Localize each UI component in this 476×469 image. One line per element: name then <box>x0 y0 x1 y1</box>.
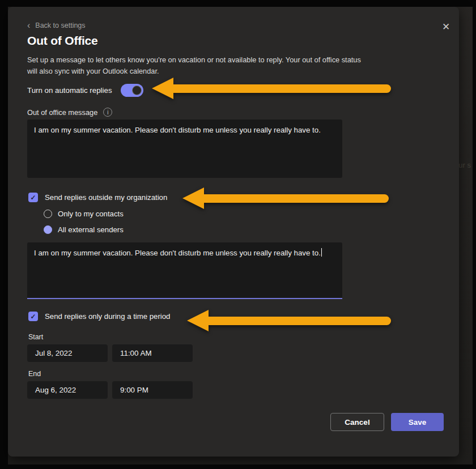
external-replies-row: ✓ Send replies outside my organization <box>28 193 167 202</box>
message-textarea[interactable]: I am on my summer vacation. Please don't… <box>27 120 342 178</box>
check-icon: ✓ <box>30 194 36 202</box>
period-checkbox-label: Send replies only during a time period <box>45 312 170 321</box>
cancel-button[interactable]: Cancel <box>330 413 384 431</box>
close-icon: ✕ <box>442 22 450 32</box>
back-chevron-icon: ‹ <box>27 22 30 29</box>
end-label: End <box>28 370 41 378</box>
external-message-textarea[interactable]: I am on my summer vacation. Please don't… <box>27 242 342 299</box>
radio-only-contacts[interactable] <box>44 210 52 218</box>
message-label-row: Out of office message i <box>27 108 112 117</box>
teams-window: our s ‹ Back to settings ✕ Out of Office… <box>0 0 476 469</box>
automatic-replies-toggle[interactable] <box>121 84 143 97</box>
save-button[interactable]: Save <box>391 413 444 431</box>
external-checkbox[interactable]: ✓ <box>28 193 38 202</box>
start-date-input[interactable]: Jul 8, 2022 <box>27 344 108 362</box>
external-message-text: I am on my summer vacation. Please don't… <box>34 249 321 257</box>
start-time-input[interactable]: 11:00 AM <box>112 344 193 362</box>
text-cursor <box>321 248 322 257</box>
automatic-replies-row: Turn on automatic replies <box>27 84 143 97</box>
radio-all-external[interactable] <box>44 225 52 234</box>
message-text: I am on my summer vacation. Please don't… <box>34 126 321 134</box>
start-label: Start <box>28 333 43 341</box>
radio-row-all-external: All external senders <box>44 225 124 234</box>
toggle-knob <box>132 86 142 95</box>
time-period-row: ✓ Send replies only during a time period <box>28 312 170 321</box>
radio-row-contacts: Only to my contacts <box>44 210 124 218</box>
end-time-input[interactable]: 9:00 PM <box>112 381 193 399</box>
message-label: Out of office message <box>27 108 97 117</box>
page-title: Out of Office <box>27 34 98 48</box>
check-icon: ✓ <box>30 313 36 321</box>
close-button[interactable]: ✕ <box>439 19 453 34</box>
dialog-description: Set up a message to let others know you'… <box>27 54 363 77</box>
toggle-label: Turn on automatic replies <box>27 86 112 95</box>
period-checkbox[interactable]: ✓ <box>28 312 38 321</box>
radio-all-external-label: All external senders <box>58 225 124 234</box>
external-checkbox-label: Send replies outside my organization <box>45 193 167 202</box>
info-icon[interactable]: i <box>103 108 112 117</box>
out-of-office-dialog: ‹ Back to settings ✕ Out of Office Set u… <box>8 7 459 457</box>
end-date-input[interactable]: Aug 6, 2022 <box>27 381 108 399</box>
radio-only-contacts-label: Only to my contacts <box>58 210 124 218</box>
back-to-settings-button[interactable]: ‹ Back to settings <box>27 22 86 29</box>
back-label: Back to settings <box>35 22 85 29</box>
